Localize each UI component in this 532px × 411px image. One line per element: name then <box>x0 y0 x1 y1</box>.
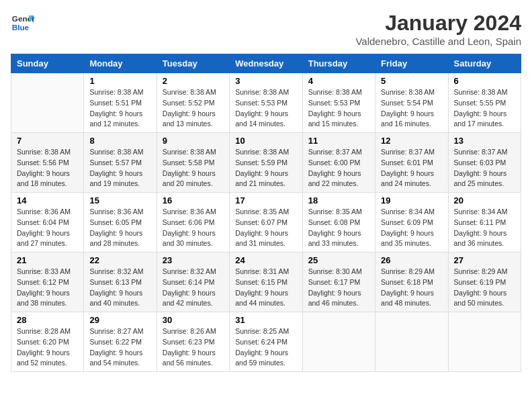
day-info: Sunrise: 8:27 AMSunset: 6:22 PMDaylight:… <box>89 326 150 369</box>
calendar-cell <box>448 312 521 372</box>
calendar-cell <box>11 73 84 133</box>
day-number: 24 <box>235 255 296 265</box>
calendar-cell: 19Sunrise: 8:34 AMSunset: 6:09 PMDayligh… <box>375 193 448 253</box>
day-info: Sunrise: 8:32 AMSunset: 6:14 PMDaylight:… <box>163 267 224 309</box>
calendar-cell: 22Sunrise: 8:32 AMSunset: 6:13 PMDayligh… <box>84 253 157 312</box>
svg-text:Blue: Blue <box>12 23 30 32</box>
calendar-cell: 1Sunrise: 8:38 AMSunset: 5:51 PMDaylight… <box>84 73 157 133</box>
calendar-cell: 8Sunrise: 8:38 AMSunset: 5:57 PMDaylight… <box>84 133 157 193</box>
week-row-5: 28Sunrise: 8:28 AMSunset: 6:20 PMDayligh… <box>11 312 521 372</box>
main-title: January 2024 <box>355 11 521 36</box>
calendar-cell: 13Sunrise: 8:37 AMSunset: 6:03 PMDayligh… <box>448 133 521 193</box>
day-number: 9 <box>163 136 224 146</box>
day-info: Sunrise: 8:29 AMSunset: 6:19 PMDaylight:… <box>454 267 515 309</box>
day-number: 16 <box>163 195 224 205</box>
calendar-cell: 14Sunrise: 8:36 AMSunset: 6:04 PMDayligh… <box>11 193 84 253</box>
day-info: Sunrise: 8:34 AMSunset: 6:09 PMDaylight:… <box>381 207 442 249</box>
header-monday: Monday <box>84 54 157 73</box>
day-info: Sunrise: 8:38 AMSunset: 5:56 PMDaylight:… <box>17 147 78 189</box>
header-wednesday: Wednesday <box>230 54 302 73</box>
day-number: 6 <box>454 76 515 86</box>
day-number: 8 <box>89 136 150 146</box>
day-number: 5 <box>381 76 442 86</box>
calendar-cell: 15Sunrise: 8:36 AMSunset: 6:05 PMDayligh… <box>84 193 157 253</box>
day-number: 4 <box>308 76 369 86</box>
day-number: 12 <box>381 136 442 146</box>
calendar-cell: 24Sunrise: 8:31 AMSunset: 6:15 PMDayligh… <box>230 253 302 312</box>
day-info: Sunrise: 8:38 AMSunset: 5:52 PMDaylight:… <box>163 87 224 130</box>
day-info: Sunrise: 8:37 AMSunset: 6:00 PMDaylight:… <box>308 147 369 189</box>
day-info: Sunrise: 8:36 AMSunset: 6:05 PMDaylight:… <box>89 207 150 249</box>
header-thursday: Thursday <box>302 54 375 73</box>
calendar-cell: 10Sunrise: 8:38 AMSunset: 5:59 PMDayligh… <box>230 133 302 193</box>
calendar-cell: 17Sunrise: 8:35 AMSunset: 6:07 PMDayligh… <box>230 193 302 253</box>
day-info: Sunrise: 8:36 AMSunset: 6:04 PMDaylight:… <box>17 207 78 249</box>
calendar-cell: 26Sunrise: 8:29 AMSunset: 6:18 PMDayligh… <box>375 253 448 312</box>
logo: General Blue <box>11 11 35 35</box>
day-info: Sunrise: 8:38 AMSunset: 5:59 PMDaylight:… <box>235 147 296 189</box>
calendar-cell: 6Sunrise: 8:38 AMSunset: 5:55 PMDaylight… <box>448 73 521 133</box>
day-info: Sunrise: 8:38 AMSunset: 5:54 PMDaylight:… <box>381 87 442 130</box>
calendar-cell: 4Sunrise: 8:38 AMSunset: 5:53 PMDaylight… <box>302 73 375 133</box>
calendar-cell: 27Sunrise: 8:29 AMSunset: 6:19 PMDayligh… <box>448 253 521 312</box>
logo-icon: General Blue <box>11 11 35 35</box>
day-number: 11 <box>308 136 369 146</box>
day-number: 26 <box>381 255 442 265</box>
day-info: Sunrise: 8:36 AMSunset: 6:06 PMDaylight:… <box>163 207 224 249</box>
day-number: 1 <box>89 76 150 86</box>
day-info: Sunrise: 8:38 AMSunset: 5:57 PMDaylight:… <box>89 147 150 189</box>
header-friday: Friday <box>375 54 448 73</box>
day-info: Sunrise: 8:32 AMSunset: 6:13 PMDaylight:… <box>89 267 150 309</box>
calendar-table: SundayMondayTuesdayWednesdayThursdayFrid… <box>11 54 521 372</box>
day-number: 22 <box>89 255 150 265</box>
day-number: 21 <box>17 255 78 265</box>
day-info: Sunrise: 8:26 AMSunset: 6:23 PMDaylight:… <box>163 326 224 369</box>
week-row-4: 21Sunrise: 8:33 AMSunset: 6:12 PMDayligh… <box>11 253 521 312</box>
day-info: Sunrise: 8:38 AMSunset: 5:53 PMDaylight:… <box>308 87 369 130</box>
calendar-cell: 3Sunrise: 8:38 AMSunset: 5:53 PMDaylight… <box>230 73 302 133</box>
day-number: 25 <box>308 255 369 265</box>
day-number: 10 <box>235 136 296 146</box>
calendar-cell: 18Sunrise: 8:35 AMSunset: 6:08 PMDayligh… <box>302 193 375 253</box>
calendar-cell: 23Sunrise: 8:32 AMSunset: 6:14 PMDayligh… <box>157 253 229 312</box>
day-number: 15 <box>89 195 150 205</box>
subtitle: Valdenebro, Castille and Leon, Spain <box>355 36 521 47</box>
day-number: 31 <box>235 315 296 325</box>
day-info: Sunrise: 8:29 AMSunset: 6:18 PMDaylight:… <box>381 267 442 309</box>
calendar-cell: 25Sunrise: 8:30 AMSunset: 6:17 PMDayligh… <box>302 253 375 312</box>
day-number: 7 <box>17 136 78 146</box>
day-info: Sunrise: 8:38 AMSunset: 5:53 PMDaylight:… <box>235 87 296 130</box>
day-info: Sunrise: 8:38 AMSunset: 5:51 PMDaylight:… <box>89 87 150 130</box>
day-number: 23 <box>163 255 224 265</box>
week-row-1: 1Sunrise: 8:38 AMSunset: 5:51 PMDaylight… <box>11 73 521 133</box>
calendar-cell: 16Sunrise: 8:36 AMSunset: 6:06 PMDayligh… <box>157 193 229 253</box>
day-info: Sunrise: 8:35 AMSunset: 6:07 PMDaylight:… <box>235 207 296 249</box>
day-info: Sunrise: 8:31 AMSunset: 6:15 PMDaylight:… <box>235 267 296 309</box>
day-number: 2 <box>163 76 224 86</box>
day-number: 29 <box>89 315 150 325</box>
header-saturday: Saturday <box>448 54 521 73</box>
calendar-cell: 7Sunrise: 8:38 AMSunset: 5:56 PMDaylight… <box>11 133 84 193</box>
day-number: 18 <box>308 195 369 205</box>
header-sunday: Sunday <box>11 54 84 73</box>
day-number: 3 <box>235 76 296 86</box>
day-number: 17 <box>235 195 296 205</box>
calendar-cell: 12Sunrise: 8:37 AMSunset: 6:01 PMDayligh… <box>375 133 448 193</box>
calendar-header-row: SundayMondayTuesdayWednesdayThursdayFrid… <box>11 54 521 73</box>
day-number: 13 <box>454 136 515 146</box>
calendar-cell: 9Sunrise: 8:38 AMSunset: 5:58 PMDaylight… <box>157 133 229 193</box>
calendar-cell <box>375 312 448 372</box>
day-info: Sunrise: 8:37 AMSunset: 6:03 PMDaylight:… <box>454 147 515 189</box>
calendar-cell: 21Sunrise: 8:33 AMSunset: 6:12 PMDayligh… <box>11 253 84 312</box>
day-info: Sunrise: 8:35 AMSunset: 6:08 PMDaylight:… <box>308 207 369 249</box>
day-number: 20 <box>454 195 515 205</box>
calendar-cell: 20Sunrise: 8:34 AMSunset: 6:11 PMDayligh… <box>448 193 521 253</box>
day-number: 14 <box>17 195 78 205</box>
calendar-cell: 5Sunrise: 8:38 AMSunset: 5:54 PMDaylight… <box>375 73 448 133</box>
page-header: General Blue January 2024 Valdenebro, Ca… <box>11 11 521 47</box>
day-number: 27 <box>454 255 515 265</box>
calendar-cell: 2Sunrise: 8:38 AMSunset: 5:52 PMDaylight… <box>157 73 229 133</box>
calendar-cell: 29Sunrise: 8:27 AMSunset: 6:22 PMDayligh… <box>84 312 157 372</box>
calendar-cell: 31Sunrise: 8:25 AMSunset: 6:24 PMDayligh… <box>230 312 302 372</box>
header-tuesday: Tuesday <box>157 54 229 73</box>
